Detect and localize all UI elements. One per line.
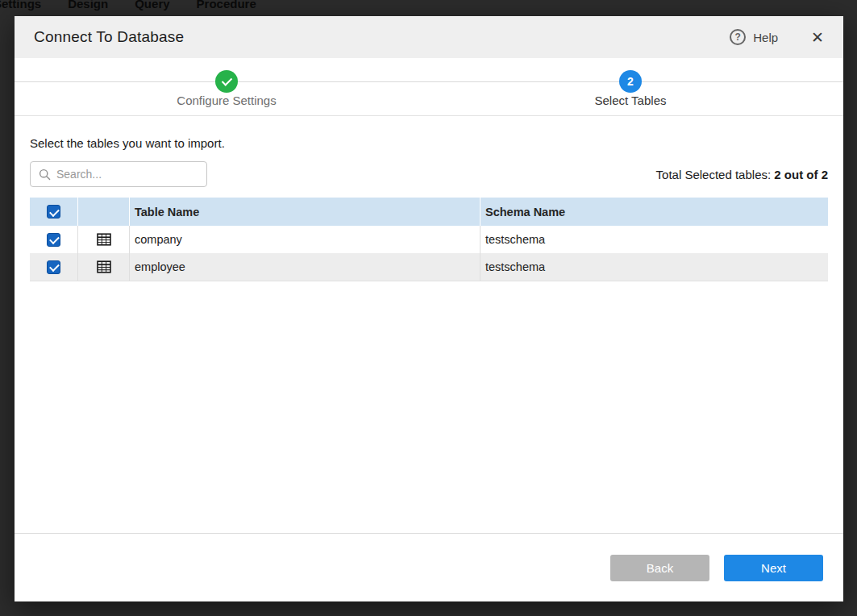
table-grid-icon [97, 260, 111, 274]
selection-summary-count: 2 out of 2 [774, 168, 828, 181]
step1-label: Configure Settings [177, 94, 276, 107]
background-app-menu: Settings Design Query Procedure [0, 0, 256, 10]
step2-active-circle: 2 [619, 70, 642, 93]
tables-list: Table Name Schema Name [30, 198, 828, 281]
table-grid-icon [97, 232, 111, 247]
close-icon[interactable]: ✕ [811, 30, 824, 45]
row-icon-cell [78, 253, 130, 281]
modal-content: Select the tables you want to import. To… [15, 116, 843, 533]
menu-item-query[interactable]: Query [135, 0, 169, 10]
menu-item-design[interactable]: Design [68, 0, 108, 10]
help-icon[interactable]: ? [730, 29, 746, 45]
row-checkbox-cell [30, 226, 78, 253]
help-label[interactable]: Help [753, 31, 778, 44]
table-row[interactable]: employee testschema [30, 253, 828, 281]
table-name-cell: company [130, 226, 481, 253]
stepper: Configure Settings 2 Select Tables [15, 58, 843, 116]
modal-header-actions: ? Help ✕ [730, 29, 824, 45]
step2-label: Select Tables [595, 94, 667, 107]
selection-summary: Total Selected tables: 2 out of 2 [656, 168, 828, 181]
stepper-line [15, 81, 843, 82]
table-row[interactable]: company testschema [30, 226, 828, 253]
modal-header: Connect To Database ? Help ✕ [15, 16, 843, 58]
search-input[interactable] [56, 168, 198, 181]
table-header-row: Table Name Schema Name [30, 198, 828, 226]
toolbar-row: Total Selected tables: 2 out of 2 [30, 161, 828, 187]
next-button[interactable]: Next [724, 555, 823, 581]
instruction-text: Select the tables you want to import. [30, 136, 828, 150]
header-table-name: Table Name [130, 198, 481, 226]
back-button[interactable]: Back [610, 555, 709, 581]
search-box[interactable] [30, 161, 207, 187]
step1-complete-circle [215, 70, 238, 93]
search-icon [39, 169, 51, 181]
row-checkbox-cell [30, 253, 78, 281]
select-all-checkbox[interactable] [47, 205, 60, 219]
schema-name-cell: testschema [481, 226, 828, 253]
schema-name-cell: testschema [481, 253, 828, 281]
table-name-cell: employee [130, 253, 481, 281]
selection-summary-prefix: Total Selected tables: [656, 168, 775, 181]
modal-title: Connect To Database [34, 28, 184, 46]
check-icon [221, 75, 231, 85]
row-checkbox[interactable] [47, 260, 60, 274]
header-checkbox-cell [30, 198, 78, 226]
row-icon-cell [78, 226, 130, 253]
menu-item-procedure[interactable]: Procedure [197, 0, 256, 10]
connect-to-database-modal: Connect To Database ? Help ✕ Configure S… [15, 16, 843, 601]
header-schema-name: Schema Name [481, 198, 828, 226]
header-icon-cell [78, 198, 130, 226]
row-checkbox[interactable] [47, 233, 60, 247]
menu-item-settings[interactable]: Settings [0, 0, 41, 10]
modal-footer: Back Next [15, 533, 843, 601]
